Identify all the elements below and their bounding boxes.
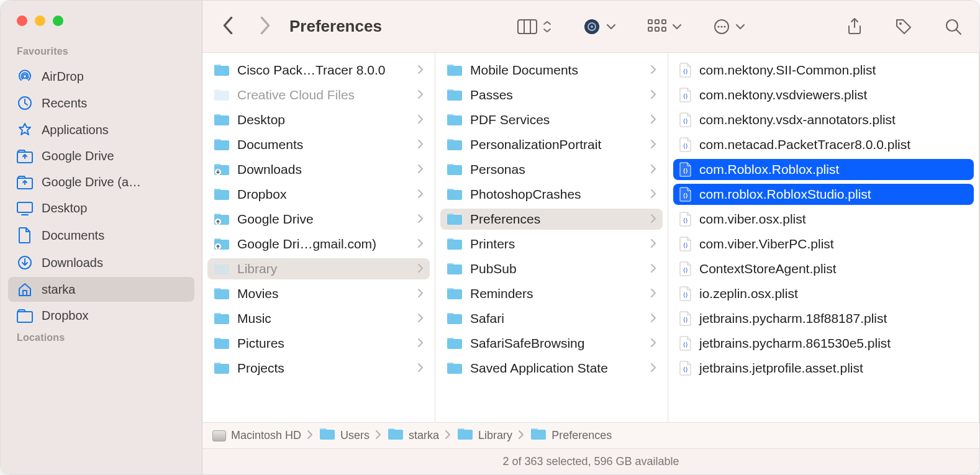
svg-rect-20 bbox=[662, 27, 666, 31]
folder-row[interactable]: Google Drive bbox=[207, 209, 430, 230]
chevron-right-icon bbox=[651, 114, 656, 127]
chevron-right-icon bbox=[418, 213, 424, 226]
folder-row[interactable]: Dropbox bbox=[207, 184, 430, 205]
path-segment[interactable]: starka bbox=[388, 427, 439, 444]
folder-label: PhotoshopCrashes bbox=[470, 187, 651, 202]
folder-label: Safari bbox=[470, 311, 651, 326]
file-row[interactable]: ⟨⟩com.Roblox.Roblox.plist bbox=[673, 159, 974, 180]
folder-row[interactable]: Documents bbox=[207, 134, 430, 155]
folder-row[interactable]: PersonalizationPortrait bbox=[440, 134, 663, 155]
svg-point-22 bbox=[717, 25, 719, 27]
folder-row[interactable]: Passes bbox=[440, 84, 663, 106]
plist-file-icon: ⟨⟩ bbox=[679, 237, 692, 251]
folder-row[interactable]: Music bbox=[207, 308, 430, 329]
folder-row[interactable]: Creative Cloud Files bbox=[207, 84, 430, 106]
chevron-right-icon bbox=[651, 64, 656, 77]
share-button[interactable] bbox=[846, 17, 863, 36]
quick-look-button[interactable] bbox=[583, 18, 615, 35]
path-label: Preferences bbox=[551, 429, 612, 442]
sidebar-item[interactable]: Recents bbox=[8, 91, 194, 115]
main-area: Preferences bbox=[202, 1, 979, 474]
svg-text:⟨⟩: ⟨⟩ bbox=[683, 168, 688, 174]
folder-row[interactable]: Google Dri…gmail.com) bbox=[207, 233, 430, 255]
sidebar-item[interactable]: Downloads bbox=[8, 250, 194, 275]
forward-button[interactable] bbox=[260, 17, 271, 37]
path-label: Library bbox=[478, 429, 512, 442]
folder-icon bbox=[530, 427, 547, 444]
search-button[interactable] bbox=[945, 18, 962, 35]
path-segment[interactable]: Users bbox=[319, 427, 370, 444]
file-row[interactable]: ⟨⟩com.netacad.PacketTracer8.0.0.plist bbox=[673, 134, 974, 155]
folder-row[interactable]: Preferences bbox=[440, 209, 663, 230]
svg-point-0 bbox=[23, 75, 27, 78]
path-segment[interactable]: Library bbox=[457, 427, 512, 444]
folder-row[interactable]: Cisco Pack…Tracer 8.0.0 bbox=[207, 60, 430, 81]
action-menu-button[interactable] bbox=[714, 19, 745, 35]
folder-row[interactable]: Desktop bbox=[207, 109, 430, 130]
svg-text:⟨⟩: ⟨⟩ bbox=[683, 143, 688, 149]
folder-row[interactable]: Printers bbox=[440, 233, 663, 255]
folder-row[interactable]: SafariSafeBrowsing bbox=[440, 333, 663, 354]
folder-row[interactable]: Pictures bbox=[207, 333, 430, 354]
chevron-right-icon bbox=[418, 64, 424, 77]
minimize-window-button[interactable] bbox=[35, 16, 45, 26]
file-row[interactable]: ⟨⟩com.roblox.RobloxStudio.plist bbox=[673, 184, 974, 205]
view-mode-columns-button[interactable] bbox=[517, 19, 551, 34]
zoom-window-button[interactable] bbox=[53, 16, 63, 26]
close-window-button[interactable] bbox=[17, 16, 27, 26]
sidebar-item[interactable]: Google Drive bbox=[8, 144, 194, 168]
file-row[interactable]: ⟨⟩com.viber.ViberPC.plist bbox=[673, 233, 974, 255]
folder-row[interactable]: PDF Services bbox=[440, 109, 663, 130]
file-row[interactable]: ⟨⟩jetbrains.jetprofile.asset.plist bbox=[673, 358, 974, 379]
column-2[interactable]: Mobile DocumentsPassesPDF ServicesPerson… bbox=[435, 53, 668, 422]
folder-row[interactable]: PhotoshopCrashes bbox=[440, 184, 663, 205]
sidebar-item[interactable]: Google Drive (a… bbox=[8, 170, 194, 194]
column-3[interactable]: ⟨⟩com.nektony.SII-Common.plist⟨⟩com.nekt… bbox=[668, 53, 979, 422]
folder-icon bbox=[388, 427, 404, 444]
folder-row[interactable]: Library bbox=[207, 258, 430, 279]
back-button[interactable] bbox=[222, 17, 234, 37]
sidebar-item[interactable]: AirDrop bbox=[8, 64, 194, 89]
file-row[interactable]: ⟨⟩com.nektony.SII-Common.plist bbox=[673, 60, 974, 81]
file-row[interactable]: ⟨⟩jetbrains.pycharm.861530e5.plist bbox=[673, 333, 974, 354]
folder-row[interactable]: Personas bbox=[440, 159, 663, 180]
folder-row[interactable]: Safari bbox=[440, 308, 663, 329]
folder-icon bbox=[447, 337, 463, 350]
group-by-button[interactable] bbox=[648, 19, 681, 34]
folder-label: Preferences bbox=[470, 212, 651, 227]
path-bar[interactable]: Macintosh HDUsersstarkaLibraryPreference… bbox=[202, 422, 979, 448]
folder-icon bbox=[214, 63, 230, 77]
path-segment[interactable]: Preferences bbox=[530, 427, 612, 444]
sidebar-item[interactable]: Dropbox bbox=[8, 304, 194, 328]
file-row[interactable]: ⟨⟩com.viber.osx.plist bbox=[673, 209, 974, 230]
column-1[interactable]: Cisco Pack…Tracer 8.0.0Creative Cloud Fi… bbox=[202, 53, 435, 422]
folder-row[interactable]: Movies bbox=[207, 283, 430, 304]
disk-icon bbox=[212, 430, 226, 441]
window-title: Preferences bbox=[289, 17, 382, 36]
svg-point-23 bbox=[720, 25, 722, 27]
sidebar-item[interactable]: Applications bbox=[8, 117, 194, 142]
file-label: jetbrains.pycharm.861530e5.plist bbox=[699, 336, 891, 351]
file-row[interactable]: ⟨⟩com.nektony.vsdx-annotators.plist bbox=[673, 109, 974, 130]
sidebar-item[interactable]: Documents bbox=[8, 222, 194, 248]
file-row[interactable]: ⟨⟩jetbrains.pycharm.18f88187.plist bbox=[673, 308, 974, 329]
file-row[interactable]: ⟨⟩com.nektony.vsdviewers.plist bbox=[673, 84, 974, 106]
toolbar: Preferences bbox=[202, 1, 979, 53]
svg-rect-18 bbox=[648, 27, 652, 31]
folder-row[interactable]: Saved Application State bbox=[440, 358, 663, 379]
folder-label: Google Dri…gmail.com) bbox=[237, 237, 418, 251]
folder-row[interactable]: PubSub bbox=[440, 258, 663, 279]
path-segment[interactable]: Macintosh HD bbox=[212, 429, 301, 442]
folder-icon bbox=[447, 287, 463, 301]
folder-row[interactable]: Reminders bbox=[440, 283, 663, 304]
sidebar-item[interactable]: starka bbox=[8, 277, 194, 302]
folder-row[interactable]: Mobile Documents bbox=[440, 60, 663, 81]
tags-button[interactable] bbox=[895, 18, 912, 35]
file-row[interactable]: ⟨⟩ContextStoreAgent.plist bbox=[673, 258, 974, 279]
folder-row[interactable]: Projects bbox=[207, 358, 430, 379]
folder-row[interactable]: Downloads bbox=[207, 159, 430, 180]
sidebar-item[interactable]: Desktop bbox=[8, 196, 194, 220]
file-row[interactable]: ⟨⟩io.zeplin.osx.plist bbox=[673, 283, 974, 304]
folder-label: Pictures bbox=[237, 336, 418, 351]
svg-rect-9 bbox=[518, 20, 537, 34]
